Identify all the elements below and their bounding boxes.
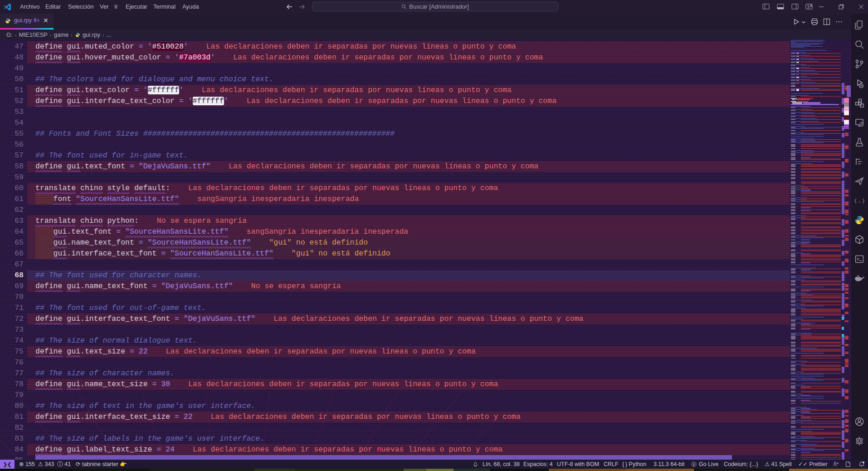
svg-text:{…}: {…} xyxy=(854,198,865,204)
